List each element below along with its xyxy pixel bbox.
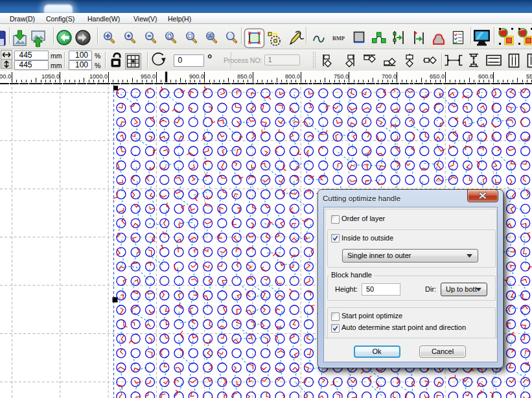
svg-text:A: A xyxy=(209,33,213,39)
svg-text:BMP: BMP xyxy=(332,35,345,41)
svg-text:o: o xyxy=(208,52,212,60)
